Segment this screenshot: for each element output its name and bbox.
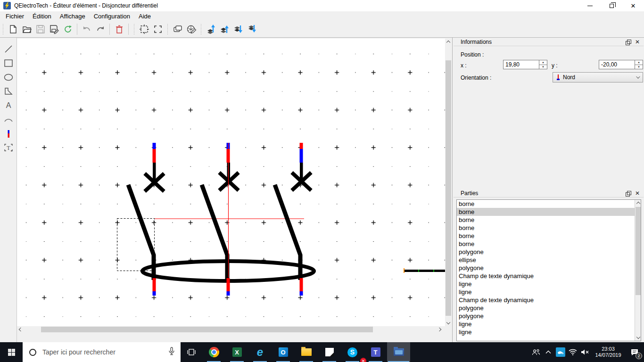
tool-line[interactable] <box>2 43 15 55</box>
canvas-vscrollbar[interactable] <box>445 39 452 326</box>
parties-item[interactable]: Champ de texte dynamique <box>457 296 641 304</box>
taskbar-app-skype[interactable]: S✕ <box>341 342 364 362</box>
x-spinbox[interactable]: ▲▼ <box>503 60 547 69</box>
parties-item[interactable]: polygone <box>457 264 641 272</box>
menu-aide[interactable]: Aide <box>134 12 155 21</box>
scroll-up-button[interactable] <box>445 39 452 45</box>
lower-button[interactable] <box>231 23 245 36</box>
raise-button[interactable] <box>218 23 231 36</box>
menu-configuration[interactable]: Configuration <box>90 12 134 21</box>
close-panel-icon[interactable]: ✕ <box>635 191 640 196</box>
scroll-up-button[interactable] <box>635 200 641 206</box>
spin-down-icon[interactable]: ▼ <box>635 65 643 69</box>
parties-item[interactable]: ellipse <box>457 256 641 264</box>
canvas-hscrollbar[interactable] <box>17 326 445 333</box>
parties-item[interactable]: polygone <box>457 248 641 256</box>
parties-item[interactable]: ligne <box>457 288 641 296</box>
toolbar-drag-handle[interactable] <box>2 24 4 34</box>
taskbar-app-teams[interactable]: T <box>364 342 387 362</box>
vscroll-thumb[interactable] <box>446 60 451 316</box>
people-icon[interactable] <box>530 342 542 362</box>
redo-button[interactable] <box>93 23 107 36</box>
save-button[interactable] <box>33 23 47 36</box>
tool-rectangle[interactable] <box>2 57 15 69</box>
taskbar-app-notes[interactable] <box>318 342 341 362</box>
microphone-icon[interactable] <box>168 347 181 357</box>
parties-item[interactable]: borne <box>457 232 641 240</box>
parties-item[interactable]: Champ de texte dynamique <box>457 272 641 280</box>
menu-affichage[interactable]: Affichage <box>56 12 90 21</box>
tool-dynamic-text[interactable]: T+ <box>2 142 15 154</box>
taskbar-app-file-explorer[interactable] <box>295 342 318 362</box>
lower-to-bottom-button[interactable] <box>245 23 259 36</box>
tool-terminal[interactable] <box>2 128 15 140</box>
y-spinbox[interactable]: ▲▼ <box>599 60 643 69</box>
spin-up-icon[interactable]: ▲ <box>539 60 547 65</box>
search-input[interactable] <box>42 348 168 356</box>
taskbar-search[interactable] <box>23 342 181 362</box>
restore-button[interactable] <box>601 0 622 11</box>
parties-item[interactable]: borne <box>457 200 641 208</box>
y-spin-buttons[interactable]: ▲▼ <box>635 60 643 69</box>
tool-text[interactable]: A <box>2 99 15 112</box>
undo-button[interactable] <box>80 23 93 36</box>
reload-button[interactable] <box>61 23 74 36</box>
parties-item[interactable]: ligne <box>457 320 641 328</box>
taskbar-clock[interactable]: 23:03 14/07/2019 <box>591 342 625 362</box>
spin-up-icon[interactable]: ▲ <box>635 60 643 65</box>
scroll-right-button[interactable] <box>437 326 443 333</box>
taskbar-app-chrome[interactable] <box>202 342 225 362</box>
tool-ellipse[interactable] <box>2 71 15 83</box>
save-as-button[interactable] <box>47 23 61 36</box>
frame-selection-button[interactable] <box>151 23 165 36</box>
close-panel-icon[interactable]: ✕ <box>635 40 640 45</box>
taskbar-app-outlook[interactable]: O <box>272 342 295 362</box>
color-wheel-button[interactable] <box>184 23 198 36</box>
taskbar-app-internet-explorer[interactable]: e <box>248 342 272 362</box>
parties-titlebar[interactable]: Parties ✕ <box>454 189 644 197</box>
scroll-down-button[interactable] <box>635 335 641 341</box>
toolbar-drag-handle[interactable] <box>200 24 202 34</box>
hscroll-thumb[interactable] <box>41 327 373 332</box>
float-panel-icon[interactable] <box>626 40 631 45</box>
zscaler-icon[interactable] <box>554 342 567 362</box>
x-spin-buttons[interactable]: ▲▼ <box>539 60 547 69</box>
open-file-button[interactable] <box>20 23 33 36</box>
parties-scrollbar[interactable] <box>635 200 641 341</box>
task-view-button[interactable] <box>181 342 202 362</box>
menu-fichier[interactable]: Fichier <box>1 12 28 21</box>
fit-selection-button[interactable] <box>137 23 151 36</box>
tool-polygon[interactable] <box>2 85 15 98</box>
tray-chevron-up-icon[interactable] <box>542 342 554 362</box>
wifi-icon[interactable] <box>567 342 579 362</box>
tool-arc[interactable] <box>2 114 15 126</box>
notification-center-button[interactable]: 2 <box>625 342 644 362</box>
spin-down-icon[interactable]: ▼ <box>539 65 547 69</box>
menu-edition[interactable]: Édition <box>28 12 56 21</box>
toolbar-drag-handle[interactable] <box>133 24 135 34</box>
edit-properties-button[interactable] <box>171 23 184 36</box>
parties-item[interactable]: polygone <box>457 304 641 312</box>
vscroll-thumb[interactable] <box>636 207 641 295</box>
parties-item[interactable]: borne <box>457 240 641 248</box>
scroll-left-button[interactable] <box>17 326 23 333</box>
parties-item[interactable]: ligne <box>457 280 641 288</box>
taskbar-app-excel[interactable]: X <box>225 342 248 362</box>
float-panel-icon[interactable] <box>626 191 631 196</box>
parties-item[interactable]: polygone <box>457 312 641 320</box>
scroll-down-button[interactable] <box>445 320 452 326</box>
taskbar-app-qelectrotech[interactable] <box>387 342 410 362</box>
new-file-button[interactable] <box>6 23 20 36</box>
minimize-button[interactable] <box>579 0 601 11</box>
parties-item[interactable]: ligne <box>457 328 641 336</box>
parties-item[interactable]: borne <box>457 216 641 224</box>
delete-button[interactable] <box>112 23 126 36</box>
start-button[interactable] <box>0 342 23 362</box>
close-button[interactable]: ✕ <box>622 0 644 11</box>
x-input[interactable] <box>504 60 539 69</box>
element-canvas[interactable] <box>17 39 445 326</box>
orientation-combobox[interactable]: Nord <box>553 72 643 82</box>
toolbar-drag-handle[interactable] <box>166 24 169 34</box>
informations-titlebar[interactable]: Informations ✕ <box>454 38 644 46</box>
y-input[interactable] <box>599 60 635 69</box>
